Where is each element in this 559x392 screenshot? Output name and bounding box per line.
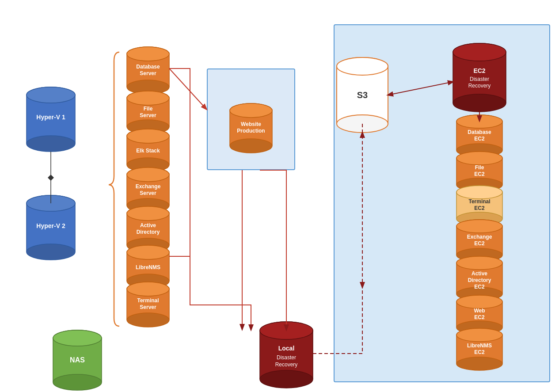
svg-point-37 (127, 167, 169, 182)
svg-point-7 (27, 244, 75, 260)
svg-rect-52 (127, 289, 169, 320)
svg-text:Recovery: Recovery (275, 362, 298, 368)
svg-rect-35 (127, 175, 169, 206)
svg-text:Server: Server (140, 70, 156, 76)
svg-rect-6 (27, 203, 75, 252)
local-dr-cylinder: Local Disaster Recovery (260, 322, 313, 388)
svg-rect-47 (127, 252, 169, 281)
svg-text:Hyper-V 1: Hyper-V 1 (36, 114, 65, 121)
svg-point-49 (127, 245, 169, 259)
svg-point-120 (260, 370, 313, 388)
svg-text:Exchange: Exchange (136, 183, 161, 190)
svg-point-36 (127, 198, 169, 213)
svg-point-43 (127, 206, 169, 221)
svg-point-23 (127, 91, 169, 105)
svg-point-3 (27, 87, 75, 103)
svg-point-15 (53, 330, 102, 346)
svg-rect-119 (260, 331, 313, 379)
svg-text:NAS: NAS (70, 356, 85, 364)
svg-point-17 (127, 47, 169, 61)
svg-marker-11 (48, 175, 54, 181)
svg-point-46 (127, 245, 169, 259)
svg-point-32 (127, 129, 169, 143)
svg-text:Server: Server (140, 112, 156, 118)
svg-line-125 (169, 69, 206, 109)
svg-point-19 (127, 80, 169, 94)
svg-rect-18 (127, 54, 169, 87)
svg-point-118 (260, 322, 313, 339)
active-directory-cylinder: Active Directory (127, 206, 169, 252)
svg-text:Directory: Directory (137, 229, 160, 235)
svg-point-2 (27, 136, 75, 152)
svg-text:Disaster: Disaster (277, 354, 296, 361)
hyperv1-cylinder: Hyper-V 1 (27, 87, 75, 152)
database-server-cylinder: Database Server (127, 47, 169, 94)
aws-box (334, 24, 550, 382)
svg-point-5 (27, 195, 75, 211)
svg-point-31 (127, 158, 169, 172)
svg-text:Terminal: Terminal (137, 297, 159, 304)
svg-text:Hyper-V 2: Hyper-V 2 (36, 222, 65, 229)
svg-point-53 (127, 313, 169, 327)
svg-point-48 (127, 274, 169, 288)
binary-lane-box (207, 69, 295, 170)
hyperv2-cylinder: Hyper-V 2 (27, 195, 75, 260)
svg-text:File: File (144, 106, 153, 112)
svg-text:Elk Stack: Elk Stack (136, 148, 160, 154)
svg-rect-41 (127, 213, 169, 245)
svg-rect-1 (27, 95, 75, 144)
svg-point-51 (127, 282, 169, 296)
svg-rect-24 (127, 98, 169, 127)
svg-point-40 (127, 206, 169, 221)
svg-rect-13 (53, 338, 102, 382)
svg-point-42 (127, 238, 169, 252)
exchange-server-cylinder: Exchange Server (127, 167, 169, 213)
file-server-cylinder: File Server (127, 91, 169, 134)
svg-point-0 (27, 87, 75, 103)
svg-text:Database: Database (136, 64, 160, 70)
svg-point-54 (127, 282, 169, 296)
svg-point-12 (53, 330, 102, 346)
svg-rect-30 (127, 136, 169, 165)
svg-point-34 (127, 167, 169, 182)
librenms-cylinder: LibreNMS (127, 245, 169, 288)
svg-text:LibreNMS: LibreNMS (136, 264, 160, 270)
svg-point-121 (260, 322, 313, 339)
svg-point-8 (27, 195, 75, 211)
svg-text:Server: Server (140, 190, 156, 196)
elk-stack-cylinder: Elk Stack (127, 129, 169, 172)
svg-text:Server: Server (140, 304, 156, 310)
svg-point-26 (127, 91, 169, 105)
nas-cylinder: NAS (53, 330, 102, 390)
svg-point-14 (53, 374, 102, 390)
svg-point-29 (127, 129, 169, 143)
svg-text:Local: Local (278, 345, 295, 352)
terminal-server-cylinder: Terminal Server (127, 282, 169, 327)
svg-text:Active: Active (140, 222, 156, 228)
svg-point-20 (127, 47, 169, 61)
svg-point-25 (127, 120, 169, 134)
